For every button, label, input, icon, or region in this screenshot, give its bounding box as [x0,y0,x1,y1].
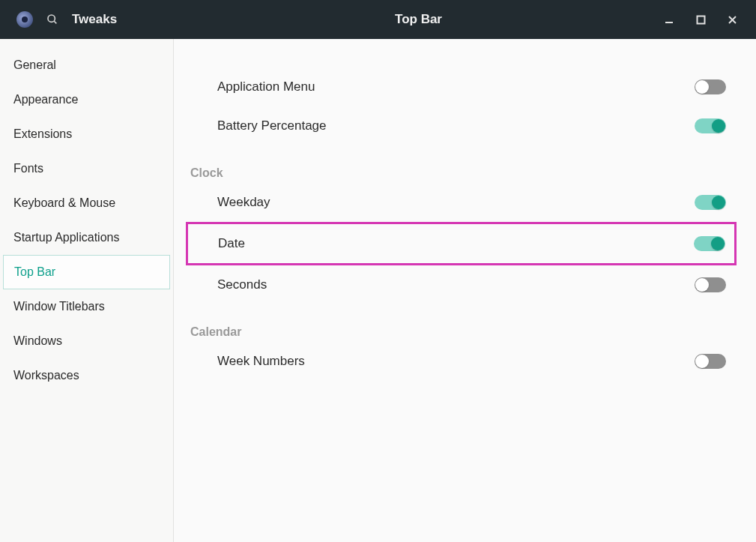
option-row-date: Date [186,222,737,265]
sidebar-item-label: Extensions [13,127,72,140]
section-group-calendar: Week Numbers [174,342,735,381]
svg-rect-3 [697,16,704,23]
maximize-icon [696,15,706,25]
option-label: Date [218,236,245,251]
toggle-week-numbers[interactable] [695,354,726,369]
content: Application MenuBattery PercentageClockW… [174,39,756,542]
sidebar-item-label: Workspaces [13,369,79,382]
sidebar-item-label: General [13,58,56,71]
sidebar-item-label: Windows [13,334,62,347]
minimize-button[interactable] [663,13,675,25]
sidebar: GeneralAppearanceExtensionsFontsKeyboard… [0,39,174,542]
sidebar-item-startup-applications[interactable]: Startup Applications [0,220,173,255]
section-heading-calendar: Calendar [174,304,735,342]
option-label: Week Numbers [217,354,305,369]
window-controls [663,13,756,25]
option-label: Weekday [217,195,270,210]
search-icon [46,13,58,26]
option-row-battery-percentage: Battery Percentage [187,106,735,145]
sidebar-item-workspaces[interactable]: Workspaces [0,358,173,393]
option-row-seconds: Seconds [187,265,735,304]
section-group-clock: WeekdayDateSeconds [174,183,735,304]
toggle-weekday[interactable] [695,195,726,210]
sidebar-item-label: Top Bar [14,265,55,278]
search-button[interactable] [46,13,58,25]
app-title: Tweaks [72,12,117,27]
svg-point-0 [48,15,55,22]
titlebar-left: Tweaks [0,11,174,28]
toggle-date[interactable] [694,236,725,251]
option-label: Application Menu [217,79,315,94]
option-row-application-menu: Application Menu [187,67,735,106]
sidebar-item-label: Appearance [13,93,78,106]
svg-line-1 [54,21,56,23]
top-options-group: Application MenuBattery Percentage [174,67,735,145]
sidebar-item-label: Startup Applications [13,231,119,244]
sidebar-item-label: Fonts [13,162,43,175]
sidebar-item-label: Window Titlebars [13,300,105,313]
option-row-week-numbers: Week Numbers [187,342,735,381]
app-icon [16,11,33,28]
section-heading-clock: Clock [174,145,735,183]
option-label: Battery Percentage [217,118,327,133]
toggle-battery-percentage[interactable] [695,118,726,133]
close-icon [728,15,737,25]
sidebar-item-appearance[interactable]: Appearance [0,82,173,117]
sidebar-item-window-titlebars[interactable]: Window Titlebars [0,289,173,324]
sidebar-item-keyboard-mouse[interactable]: Keyboard & Mouse [0,186,173,220]
minimize-icon [664,14,674,25]
sidebar-item-top-bar[interactable]: Top Bar [3,255,170,289]
close-button[interactable] [726,13,738,25]
toggle-seconds[interactable] [695,277,726,292]
main: GeneralAppearanceExtensionsFontsKeyboard… [0,39,756,542]
titlebar: Tweaks Top Bar [0,0,756,39]
sidebar-item-fonts[interactable]: Fonts [0,151,173,186]
sidebar-item-general[interactable]: General [0,48,173,82]
sidebar-item-label: Keyboard & Mouse [13,196,115,209]
maximize-button[interactable] [695,13,707,25]
page-title: Top Bar [174,12,663,27]
option-label: Seconds [217,277,267,292]
toggle-application-menu[interactable] [695,79,726,94]
sidebar-item-extensions[interactable]: Extensions [0,117,173,151]
option-row-weekday: Weekday [187,183,735,222]
sidebar-item-windows[interactable]: Windows [0,324,173,358]
